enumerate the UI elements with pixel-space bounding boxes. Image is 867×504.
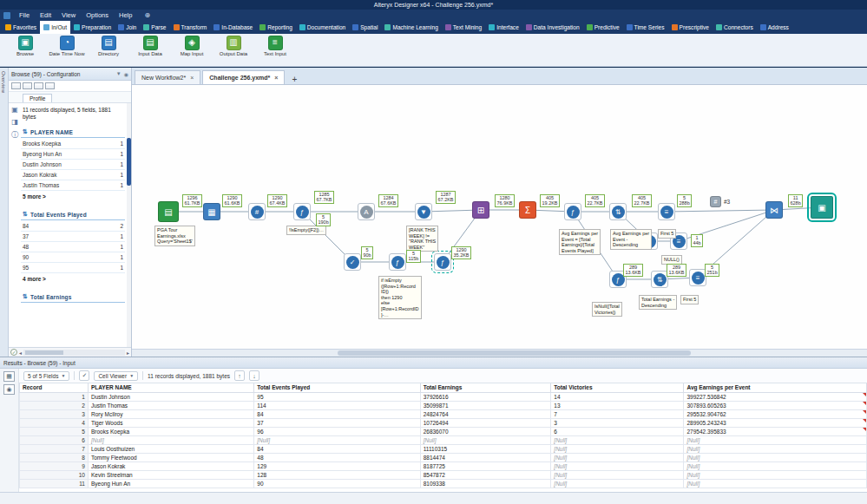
scrollbar-thumb[interactable] — [127, 138, 131, 186]
close-icon[interactable]: × — [190, 75, 194, 81]
formula-tool-3[interactable]: ƒ — [389, 253, 406, 271]
ribbon-tab-spatial[interactable]: Spatial — [349, 21, 381, 34]
scroll-up-button[interactable]: ↑ — [234, 370, 245, 381]
dynamic-rename-tool[interactable]: A — [358, 203, 375, 220]
globe-icon[interactable]: ⊕ — [144, 11, 150, 19]
scroll-left-arrow[interactable]: ◂ — [19, 350, 22, 356]
annotation[interactable]: Avg Earnings perEvent = [TotalEarnings]/… — [559, 229, 601, 255]
ribbon-tab-transform[interactable]: Transform — [170, 21, 211, 34]
ribbon-tab-machine-learning[interactable]: Machine Learning — [381, 21, 441, 34]
summarize-tool[interactable]: Σ — [519, 201, 536, 219]
annotation[interactable]: !IsEmpty([F2])… — [286, 226, 326, 235]
formula-tool-2[interactable]: ƒ — [564, 203, 581, 220]
ribbon-tab-parse[interactable]: Parse — [140, 21, 169, 34]
scroll-down-button[interactable]: ↓ — [249, 370, 259, 381]
layout-toggle-icon[interactable] — [11, 82, 21, 89]
palette-tool-text-input[interactable]: ≡Text Input — [255, 36, 295, 56]
palette-tool-directory[interactable]: ▤Directory — [89, 36, 128, 56]
sample-tool-4[interactable]: ≡ — [689, 269, 706, 286]
browse-tool[interactable]: ▣ — [811, 196, 833, 219]
scroll-right-arrow[interactable]: ▸ — [127, 350, 129, 356]
ribbon-tab-data-investigation[interactable]: Data Investigation — [522, 21, 583, 34]
layout-toggle-icon[interactable] — [34, 82, 43, 89]
column-header-avg-earnings-per-event[interactable]: Avg Earnings per Event — [684, 383, 867, 392]
column-header-total-events-played[interactable]: Total Events Played — [254, 383, 420, 392]
palette-tool-browse[interactable]: ▣Browse — [5, 36, 45, 56]
table-row[interactable]: 11Byeong Hun An908109338[Null][Null] — [20, 479, 867, 488]
configuration-icon[interactable]: ▣ — [11, 106, 18, 114]
profile-view-icon[interactable]: ◉ — [3, 384, 15, 395]
multi-row-formula-tool[interactable]: ƒ — [434, 253, 451, 271]
input-data-tool[interactable]: ▤ — [158, 201, 179, 222]
annotation[interactable]: [RANK THISWEEK] !="RANK THISWEEK" — [406, 226, 438, 252]
sort-tool-1[interactable]: ⇅ — [609, 203, 627, 220]
formula-tool-1[interactable]: ƒ — [293, 203, 311, 220]
palette-tool-output-data[interactable]: ▥Output Data — [213, 36, 253, 56]
profile-value-row[interactable]: Brooks Koepka1 — [21, 139, 125, 149]
scrollbar-thumb[interactable] — [338, 350, 691, 356]
menu-help[interactable]: Help — [114, 11, 137, 19]
table-row[interactable]: 7Louis Oosthuizen8411110315[Null][Null] — [20, 444, 867, 453]
sort-tool-2[interactable]: ⇅ — [651, 271, 668, 288]
column-header-total-earnings[interactable]: Total Earnings — [420, 383, 551, 392]
table-row[interactable]: 4Tiger Woods37107264943289905.243243 — [20, 418, 867, 427]
annotation[interactable]: First 5 — [658, 229, 676, 239]
ribbon-tab-preparation[interactable]: Preparation — [70, 21, 115, 34]
column-header-player-name[interactable]: PLAYER NAME — [88, 383, 253, 392]
pin-icon[interactable]: ◉ — [124, 71, 128, 77]
ribbon-tab-interface[interactable]: Interface — [485, 21, 522, 34]
close-icon[interactable]: × — [274, 75, 278, 81]
tab-profile[interactable]: Profile — [23, 94, 52, 102]
comment-tool[interactable]: # — [710, 196, 721, 207]
annotation[interactable]: NULL() — [661, 255, 682, 265]
annotation[interactable]: First 5 — [680, 295, 699, 304]
record-id-tool[interactable]: # — [248, 203, 266, 220]
menu-edit[interactable]: Edit — [35, 11, 56, 19]
profile-value-row[interactable]: 842 — [21, 221, 125, 232]
select-tool[interactable]: ▦ — [203, 203, 220, 220]
fields-dropdown[interactable]: 5 of 5 Fields ▼ — [23, 371, 69, 381]
column-header-record[interactable]: Record — [20, 383, 89, 392]
unique-tool[interactable]: ✓ — [344, 253, 361, 271]
annotation[interactable]: if isEmpty([Row+1:RecordID])then 1290els… — [378, 276, 422, 319]
table-row[interactable]: 6[Null][Null][Null][Null][Null] — [20, 435, 867, 444]
workflow-canvas[interactable]: ▤▦#ƒA▼⊞Σƒ⇅≡##3⋈▣✓ƒƒƒ⇅≡≡≡129661.7KB129061… — [132, 85, 867, 349]
scrollbar-track[interactable] — [23, 350, 125, 356]
overview-collapsed-panel[interactable]: Overview — [0, 68, 9, 357]
configuration-horizontal-scrollbar[interactable]: ✓ ◂ ▸ — [9, 347, 131, 357]
ribbon-tab-documentation[interactable]: Documentation — [296, 21, 349, 34]
apply-check-button[interactable]: ✓ — [79, 370, 89, 381]
cell-viewer-dropdown[interactable]: Cell Viewer ▼ — [94, 371, 138, 381]
ribbon-tab-favorites[interactable]: Favorites — [2, 21, 40, 34]
profile-value-row[interactable]: 901 — [21, 252, 125, 263]
table-row[interactable]: 8Tommy Fleetwood488814474[Null][Null] — [20, 453, 867, 461]
table-row[interactable]: 2Justin Thomas1143509987113307893.605263 — [20, 401, 867, 409]
palette-tool-date-time-now[interactable]: ◔Date Time Now — [47, 36, 87, 56]
ribbon-tab-address[interactable]: Address — [757, 21, 792, 34]
palette-tool-input-data[interactable]: ▤Input Data — [130, 36, 170, 56]
sample-tool-1[interactable]: ≡ — [658, 203, 675, 220]
annotation[interactable]: Total Earnings -Descending — [639, 295, 677, 310]
annotation[interactable]: IsNull([TotalVictories]) — [592, 302, 622, 317]
layout-toggle-icon[interactable] — [23, 82, 32, 89]
table-view-icon[interactable]: ▦ — [3, 371, 15, 382]
more-link[interactable]: 4 more > — [21, 273, 125, 285]
results-table[interactable]: RecordPLAYER NAMETotal Events PlayedTota… — [19, 383, 867, 488]
ribbon-tab-prescriptive[interactable]: Prescriptive — [668, 21, 713, 34]
layout-toggle-icon[interactable] — [45, 82, 55, 89]
profile-value-row[interactable]: Justin Thomas1 — [21, 180, 125, 191]
ribbon-tab-time-series[interactable]: Time Series — [623, 21, 668, 34]
filter-icon[interactable]: ▼ — [116, 71, 122, 77]
ribbon-tab-in-database[interactable]: In-Database — [210, 21, 256, 34]
profile-value-row[interactable]: 951 — [21, 263, 125, 273]
ribbon-tab-join[interactable]: Join — [115, 21, 140, 34]
crosstab-tool[interactable]: ⊞ — [472, 201, 489, 219]
ribbon-tab-in-out[interactable]: In/Out — [40, 21, 70, 34]
annotation[interactable]: PGA TourEarnings.xlsxQuery='Sheet1$' — [154, 226, 195, 246]
menu-view[interactable]: View — [56, 11, 81, 19]
profile-value-row[interactable]: Dustin Johnson1 — [21, 160, 125, 170]
profile-value-row[interactable]: Byeong Hun An1 — [21, 149, 125, 160]
ribbon-tab-connectors[interactable]: Connectors — [713, 21, 757, 34]
annotation[interactable]: Avg Earnings perEvent -Descending — [610, 229, 652, 250]
ribbon-tab-predictive[interactable]: Predictive — [583, 21, 623, 34]
